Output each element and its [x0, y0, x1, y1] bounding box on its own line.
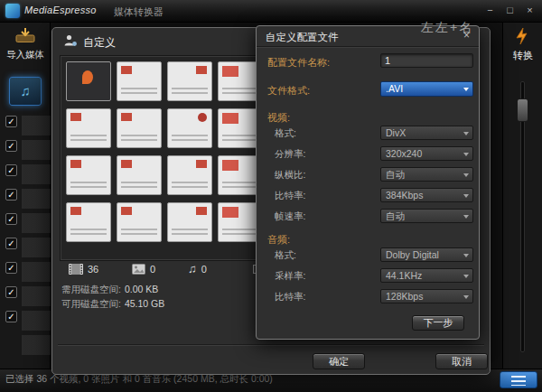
item-checkbox[interactable]: ✓	[5, 189, 17, 201]
item-checkbox[interactable]: ✓	[5, 311, 17, 322]
item-checkbox[interactable]: ✓	[5, 238, 17, 249]
video-thumbnail[interactable]	[167, 202, 212, 242]
audio-bitrate-label: 比特率:	[275, 291, 305, 303]
app-window: MediaEspresso 媒体转换器 − □ × 左左+名 导入媒体 ♫ ✓✓…	[0, 0, 542, 392]
disk-required-value: 0.00 KB	[125, 284, 158, 294]
item-checkbox[interactable]: ✓	[5, 140, 17, 152]
media-list-partial	[22, 116, 51, 359]
video-thumbnail[interactable]	[167, 61, 212, 101]
chevron-down-icon	[463, 153, 469, 156]
disk-available-label: 可用磁盘空间:	[61, 298, 121, 309]
minimize-button[interactable]: −	[483, 4, 497, 17]
import-media-label: 导入媒体	[0, 49, 51, 61]
customize-person-icon	[63, 33, 78, 48]
video-count: 36	[88, 264, 98, 275]
video-thumbnail[interactable]	[117, 108, 162, 148]
customize-dialog-title: 自定义	[83, 35, 116, 51]
import-media-button[interactable]: 导入媒体	[0, 27, 51, 61]
video-thumbnail[interactable]	[117, 61, 162, 101]
app-title: 媒体转换器	[114, 5, 164, 19]
chevron-down-icon	[463, 275, 469, 278]
video-aspect-label: 纵横比:	[275, 169, 305, 182]
item-checkbox[interactable]: ✓	[5, 286, 17, 298]
photo-icon	[132, 264, 145, 275]
zoom-slider-track[interactable]	[520, 81, 525, 352]
video-bitrate-value: 384Kbps	[386, 190, 423, 201]
chevron-down-icon	[463, 88, 469, 91]
chevron-down-icon	[463, 194, 469, 198]
left-sidebar: 导入媒体 ♫ ✓✓✓✓✓✓✓✓✓	[0, 23, 51, 369]
zoom-slider-handle[interactable]	[517, 98, 528, 122]
media-library-icon: ♫	[20, 83, 30, 98]
item-checkbox[interactable]: ✓	[5, 164, 17, 176]
checkbox-column: ✓✓✓✓✓✓✓✓✓	[5, 116, 17, 322]
list-view-icon	[511, 376, 526, 386]
audio-bitrate-select[interactable]: 128Kbps	[380, 289, 473, 303]
video-section-label: 视频:	[267, 111, 290, 125]
item-checkbox[interactable]: ✓	[5, 116, 17, 127]
video-thumbnail[interactable]	[167, 108, 212, 148]
item-checkbox[interactable]: ✓	[5, 213, 17, 225]
thumbnail-grid	[66, 61, 263, 242]
film-icon	[69, 264, 83, 275]
video-aspect-select[interactable]: 自动	[380, 167, 473, 182]
audio-samplerate-value: 44.1KHz	[386, 270, 422, 281]
item-checkbox[interactable]: ✓	[5, 262, 17, 274]
import-media-icon	[14, 27, 36, 43]
convert-button[interactable]: 转换	[503, 26, 542, 62]
media-library-button[interactable]: ♫	[9, 77, 42, 106]
video-thumbnail[interactable]	[117, 202, 162, 242]
audio-samplerate-select[interactable]: 44.1KHz	[380, 268, 473, 283]
window-controls: − □ ×	[483, 4, 537, 17]
disk-required-label: 需用磁盘空间:	[61, 284, 121, 294]
chevron-down-icon	[463, 132, 469, 135]
logo-text: MediaEspresso	[24, 5, 97, 15]
video-format-select[interactable]: DivX	[380, 126, 473, 140]
video-thumbnail[interactable]	[66, 155, 111, 195]
convert-lightning-icon	[513, 26, 533, 46]
photo-count: 0	[150, 264, 155, 275]
dialog-footer-separator	[58, 344, 484, 345]
video-resolution-select[interactable]: 320x240	[380, 146, 473, 161]
audio-format-value: Dolby Digital	[386, 249, 439, 260]
disk-available-value: 45.10 GB	[125, 298, 164, 309]
audio-format-label: 格式:	[275, 249, 296, 262]
selection-status-text: 已选择 36 个视频, 0 张照片 和 0 首音乐 (2450 MB, 总时长 …	[5, 373, 273, 386]
video-thumbnail[interactable]	[117, 155, 162, 195]
file-format-select[interactable]: .AVI	[380, 81, 473, 97]
disk-required-row: 需用磁盘空间:0.00 KB	[61, 284, 158, 296]
next-button[interactable]: 下一步	[412, 315, 464, 331]
video-bitrate-label: 比特率:	[275, 190, 305, 202]
chevron-down-icon	[463, 254, 469, 257]
profile-dialog: 自定义配置文件 × 配置文件名称: 文件格式: .AVI 视频: 格式: Div…	[256, 25, 480, 340]
app-logo-icon	[5, 4, 20, 18]
disk-available-row: 可用磁盘空间:45.10 GB	[61, 298, 164, 311]
video-bitrate-select[interactable]: 384Kbps	[380, 188, 473, 202]
profile-dialog-title: 自定义配置文件	[266, 31, 339, 44]
video-format-value: DivX	[386, 127, 406, 138]
thumbnail-panel	[60, 55, 276, 261]
video-framerate-select[interactable]: 自动	[380, 209, 473, 223]
video-framerate-label: 帧速率:	[275, 210, 305, 223]
profile-name-input[interactable]	[380, 53, 473, 68]
audio-bitrate-value: 128Kbps	[386, 291, 423, 302]
music-note-icon: ♫	[188, 264, 197, 275]
close-button[interactable]: ×	[523, 4, 537, 17]
file-format-value: .AVI	[386, 83, 403, 94]
file-format-label: 文件格式:	[267, 84, 310, 98]
ok-button[interactable]: 确定	[313, 353, 365, 369]
watermark-text: 左左+名	[421, 20, 473, 36]
video-thumbnail[interactable]	[66, 61, 111, 101]
cancel-button[interactable]: 取消	[435, 353, 488, 369]
chevron-down-icon	[463, 215, 469, 219]
video-thumbnail[interactable]	[167, 155, 212, 195]
video-framerate-value: 自动	[386, 210, 405, 221]
list-view-button[interactable]	[500, 371, 537, 388]
video-thumbnail[interactable]	[66, 202, 111, 242]
video-thumbnail[interactable]	[66, 108, 111, 148]
audio-format-select[interactable]: Dolby Digital	[380, 247, 473, 262]
convert-label: 转换	[503, 49, 542, 62]
video-aspect-value: 自动	[386, 169, 405, 180]
maximize-button[interactable]: □	[503, 4, 517, 17]
video-format-label: 格式:	[275, 127, 296, 140]
